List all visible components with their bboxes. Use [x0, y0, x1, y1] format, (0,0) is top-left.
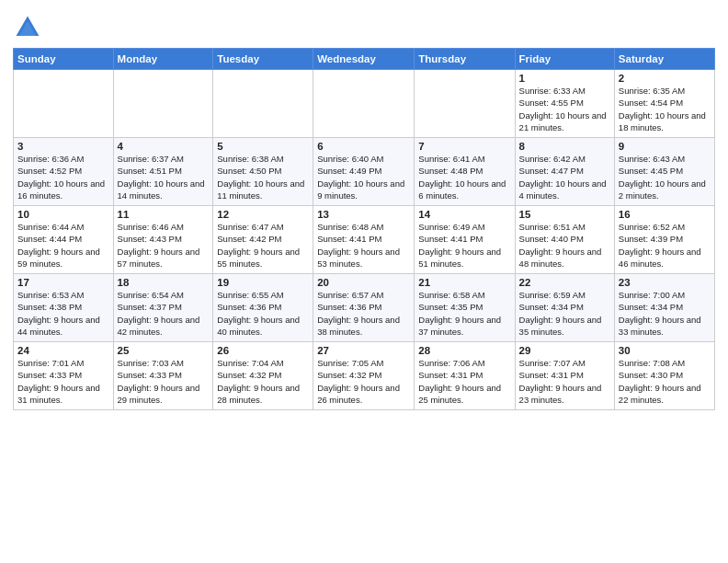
- calendar-row-4: 24Sunrise: 7:01 AMSunset: 4:33 PMDayligh…: [14, 342, 715, 410]
- calendar-cell: 21Sunrise: 6:58 AMSunset: 4:35 PMDayligh…: [415, 274, 515, 342]
- logo: [13, 13, 46, 42]
- calendar-row-2: 10Sunrise: 6:44 AMSunset: 4:44 PMDayligh…: [14, 206, 715, 274]
- day-number: 16: [619, 209, 711, 220]
- day-info: Sunrise: 6:58 AMSunset: 4:35 PMDaylight:…: [418, 289, 510, 338]
- calendar-cell: [113, 70, 213, 138]
- day-number: 8: [519, 141, 610, 152]
- calendar-row-0: 1Sunrise: 6:33 AMSunset: 4:55 PMDaylight…: [14, 70, 715, 138]
- day-info: Sunrise: 6:38 AMSunset: 4:50 PMDaylight:…: [217, 153, 309, 201]
- day-number: 24: [17, 345, 109, 356]
- col-header-wednesday: Wednesday: [313, 49, 415, 70]
- day-info: Sunrise: 6:37 AMSunset: 4:51 PMDaylight:…: [118, 153, 210, 201]
- calendar-cell: 29Sunrise: 7:07 AMSunset: 4:31 PMDayligh…: [515, 342, 614, 410]
- day-info: Sunrise: 7:01 AMSunset: 4:33 PMDaylight:…: [17, 357, 109, 406]
- calendar-cell: 13Sunrise: 6:48 AMSunset: 4:41 PMDayligh…: [313, 206, 415, 274]
- day-number: 23: [619, 277, 711, 288]
- calendar-cell: 5Sunrise: 6:38 AMSunset: 4:50 PMDaylight…: [213, 138, 313, 206]
- day-number: 4: [118, 141, 210, 152]
- day-info: Sunrise: 6:59 AMSunset: 4:34 PMDaylight:…: [519, 289, 610, 338]
- day-info: Sunrise: 6:41 AMSunset: 4:48 PMDaylight:…: [418, 153, 510, 201]
- day-number: 28: [418, 345, 510, 356]
- calendar-cell: 1Sunrise: 6:33 AMSunset: 4:55 PMDaylight…: [515, 70, 614, 138]
- calendar-cell: 27Sunrise: 7:05 AMSunset: 4:32 PMDayligh…: [313, 342, 415, 410]
- day-number: 29: [519, 345, 610, 356]
- col-header-monday: Monday: [113, 49, 213, 70]
- day-info: Sunrise: 6:51 AMSunset: 4:40 PMDaylight:…: [519, 221, 610, 270]
- calendar-cell: 11Sunrise: 6:46 AMSunset: 4:43 PMDayligh…: [113, 206, 213, 274]
- day-number: 18: [118, 277, 210, 288]
- col-header-thursday: Thursday: [415, 49, 515, 70]
- day-info: Sunrise: 7:00 AMSunset: 4:34 PMDaylight:…: [619, 289, 711, 338]
- day-info: Sunrise: 6:33 AMSunset: 4:55 PMDaylight:…: [519, 85, 610, 133]
- calendar-cell: 22Sunrise: 6:59 AMSunset: 4:34 PMDayligh…: [515, 274, 614, 342]
- calendar-row-3: 17Sunrise: 6:53 AMSunset: 4:38 PMDayligh…: [14, 274, 715, 342]
- calendar-cell: 25Sunrise: 7:03 AMSunset: 4:33 PMDayligh…: [113, 342, 213, 410]
- calendar-cell: 8Sunrise: 6:42 AMSunset: 4:47 PMDaylight…: [515, 138, 614, 206]
- day-number: 3: [17, 141, 109, 152]
- calendar-cell: 24Sunrise: 7:01 AMSunset: 4:33 PMDayligh…: [14, 342, 114, 410]
- day-number: 11: [118, 209, 210, 220]
- day-info: Sunrise: 6:40 AMSunset: 4:49 PMDaylight:…: [317, 153, 410, 201]
- col-header-sunday: Sunday: [14, 49, 114, 70]
- calendar-cell: 19Sunrise: 6:55 AMSunset: 4:36 PMDayligh…: [213, 274, 313, 342]
- day-number: 19: [217, 277, 309, 288]
- day-info: Sunrise: 6:42 AMSunset: 4:47 PMDaylight:…: [519, 153, 610, 201]
- day-number: 21: [418, 277, 510, 288]
- day-number: 30: [619, 345, 711, 356]
- day-number: 14: [418, 209, 510, 220]
- day-number: 7: [418, 141, 510, 152]
- col-header-saturday: Saturday: [614, 49, 714, 70]
- calendar-cell: [14, 70, 114, 138]
- day-number: 5: [217, 141, 309, 152]
- logo-icon: [13, 13, 42, 42]
- day-info: Sunrise: 6:52 AMSunset: 4:39 PMDaylight:…: [619, 221, 711, 270]
- day-info: Sunrise: 6:36 AMSunset: 4:52 PMDaylight:…: [17, 153, 109, 201]
- calendar-cell: 3Sunrise: 6:36 AMSunset: 4:52 PMDaylight…: [14, 138, 114, 206]
- calendar-cell: 7Sunrise: 6:41 AMSunset: 4:48 PMDaylight…: [415, 138, 515, 206]
- day-number: 9: [619, 141, 711, 152]
- day-number: 15: [519, 209, 610, 220]
- day-info: Sunrise: 6:57 AMSunset: 4:36 PMDaylight:…: [317, 289, 410, 338]
- day-number: 22: [519, 277, 610, 288]
- calendar-cell: [213, 70, 313, 138]
- calendar-cell: 20Sunrise: 6:57 AMSunset: 4:36 PMDayligh…: [313, 274, 415, 342]
- day-number: 6: [317, 141, 410, 152]
- day-info: Sunrise: 6:53 AMSunset: 4:38 PMDaylight:…: [17, 289, 109, 338]
- calendar-cell: 26Sunrise: 7:04 AMSunset: 4:32 PMDayligh…: [213, 342, 313, 410]
- calendar-cell: 15Sunrise: 6:51 AMSunset: 4:40 PMDayligh…: [515, 206, 614, 274]
- header: [13, 9, 715, 42]
- day-info: Sunrise: 6:49 AMSunset: 4:41 PMDaylight:…: [418, 221, 510, 270]
- day-info: Sunrise: 7:06 AMSunset: 4:31 PMDaylight:…: [418, 357, 510, 406]
- day-info: Sunrise: 7:07 AMSunset: 4:31 PMDaylight:…: [519, 357, 610, 406]
- calendar-cell: 16Sunrise: 6:52 AMSunset: 4:39 PMDayligh…: [614, 206, 714, 274]
- day-number: 1: [519, 73, 610, 84]
- calendar-cell: 30Sunrise: 7:08 AMSunset: 4:30 PMDayligh…: [614, 342, 714, 410]
- calendar-cell: [313, 70, 415, 138]
- calendar-table: SundayMondayTuesdayWednesdayThursdayFrid…: [13, 48, 715, 410]
- day-info: Sunrise: 7:05 AMSunset: 4:32 PMDaylight:…: [317, 357, 410, 406]
- calendar-cell: 14Sunrise: 6:49 AMSunset: 4:41 PMDayligh…: [415, 206, 515, 274]
- header-row: SundayMondayTuesdayWednesdayThursdayFrid…: [14, 49, 715, 70]
- calendar-cell: 28Sunrise: 7:06 AMSunset: 4:31 PMDayligh…: [415, 342, 515, 410]
- day-number: 20: [317, 277, 410, 288]
- calendar-cell: 18Sunrise: 6:54 AMSunset: 4:37 PMDayligh…: [113, 274, 213, 342]
- day-number: 26: [217, 345, 309, 356]
- day-info: Sunrise: 6:47 AMSunset: 4:42 PMDaylight:…: [217, 221, 309, 270]
- col-header-friday: Friday: [515, 49, 614, 70]
- day-info: Sunrise: 6:35 AMSunset: 4:54 PMDaylight:…: [619, 85, 711, 133]
- day-number: 13: [317, 209, 410, 220]
- day-info: Sunrise: 6:48 AMSunset: 4:41 PMDaylight:…: [317, 221, 410, 270]
- calendar-cell: 4Sunrise: 6:37 AMSunset: 4:51 PMDaylight…: [113, 138, 213, 206]
- calendar-cell: 9Sunrise: 6:43 AMSunset: 4:45 PMDaylight…: [614, 138, 714, 206]
- day-info: Sunrise: 7:03 AMSunset: 4:33 PMDaylight:…: [118, 357, 210, 406]
- day-number: 2: [619, 73, 711, 84]
- day-number: 25: [118, 345, 210, 356]
- day-number: 27: [317, 345, 410, 356]
- calendar-cell: [415, 70, 515, 138]
- day-info: Sunrise: 6:55 AMSunset: 4:36 PMDaylight:…: [217, 289, 309, 338]
- day-info: Sunrise: 6:54 AMSunset: 4:37 PMDaylight:…: [118, 289, 210, 338]
- calendar-row-1: 3Sunrise: 6:36 AMSunset: 4:52 PMDaylight…: [14, 138, 715, 206]
- day-number: 12: [217, 209, 309, 220]
- col-header-tuesday: Tuesday: [213, 49, 313, 70]
- page: SundayMondayTuesdayWednesdayThursdayFrid…: [0, 0, 728, 563]
